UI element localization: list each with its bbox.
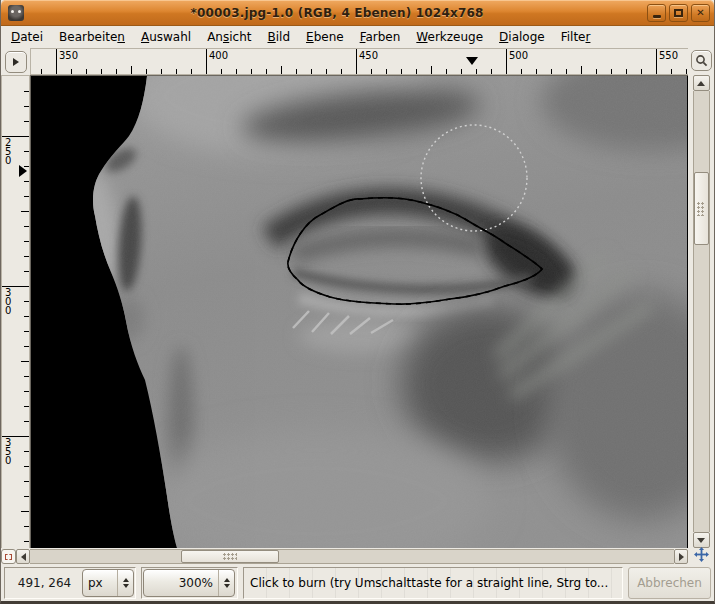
ruler-tick	[24, 526, 29, 527]
ruler-tick	[506, 49, 507, 74]
ruler-tick	[521, 69, 522, 74]
menubar: DateiBearbeitenAuswahlAnsichtBildEbeneFa…	[1, 26, 714, 48]
scroll-right-button[interactable]	[674, 549, 688, 564]
ruler-tick	[24, 331, 29, 332]
ruler-tick	[86, 69, 87, 74]
image-menu-button[interactable]	[5, 51, 27, 73]
horizontal-ruler[interactable]: 350400450500550	[30, 48, 688, 75]
thumb-grip	[223, 553, 237, 561]
menu-item-bearbeiten[interactable]: Bearbeiten	[51, 27, 133, 47]
vertical-scroll-thumb[interactable]	[694, 172, 709, 245]
ruler-tick	[116, 69, 117, 74]
v-ruler-label: 2 5 0	[5, 138, 11, 165]
ruler-tick	[24, 496, 29, 497]
statusbar: 491, 264 px 300% Click to burn (try Umsc…	[1, 565, 714, 601]
image-canvas[interactable]	[30, 75, 688, 548]
h-ruler-label: 350	[59, 50, 78, 61]
vertical-scroll-track[interactable]	[693, 91, 710, 532]
ruler-tick	[626, 69, 627, 74]
arrow-right-icon	[679, 553, 684, 561]
ruler-tick	[176, 69, 177, 74]
ruler-tick	[311, 69, 312, 74]
ruler-tick	[21, 211, 29, 212]
menu-item-bild[interactable]: Bild	[260, 27, 299, 47]
ruler-tick	[446, 69, 447, 74]
minimize-icon	[653, 15, 661, 18]
ruler-tick	[24, 391, 29, 392]
ruler-tick	[356, 49, 357, 74]
maximize-button[interactable]	[669, 4, 688, 22]
menu-item-werkzeuge[interactable]: Werkzeuge	[408, 27, 491, 47]
horizontal-scroll-track[interactable]	[30, 549, 674, 564]
scroll-down-button[interactable]	[693, 532, 710, 548]
status-message: Click to burn (try Umschalttaste for a s…	[244, 576, 614, 590]
ruler-tick	[24, 301, 29, 302]
arrow-left-icon	[21, 553, 26, 561]
unit-spinner-icon[interactable]	[117, 570, 133, 596]
quick-mask-icon	[5, 554, 12, 560]
zoom-follow-window-button[interactable]	[691, 50, 712, 71]
pan-navigation-button[interactable]	[694, 547, 709, 566]
ruler-tick	[611, 69, 612, 74]
menu-item-ebene[interactable]: Ebene	[298, 27, 352, 47]
ruler-tick	[21, 361, 29, 362]
magnifier-icon	[695, 54, 708, 67]
statue-image	[31, 76, 687, 548]
ruler-tick	[206, 49, 207, 74]
menu-item-auswahl[interactable]: Auswahl	[133, 27, 199, 47]
ruler-tick	[161, 69, 162, 74]
ruler-tick	[24, 271, 29, 272]
zoom-value: 300%	[144, 576, 218, 590]
quick-mask-toggle[interactable]	[1, 549, 16, 564]
titlebar[interactable]: *00003.jpg-1.0 (RGB, 4 Ebenen) 1024x768 …	[1, 0, 714, 26]
ruler-tick	[686, 69, 687, 74]
ruler-tick	[296, 69, 297, 74]
pan-icon	[694, 547, 709, 562]
ruler-tick	[24, 481, 29, 482]
ruler-tick	[24, 181, 29, 182]
ruler-tick	[401, 69, 402, 74]
ruler-tick	[24, 151, 29, 152]
zoom-select[interactable]: 300%	[143, 569, 235, 597]
ruler-tick	[131, 66, 132, 74]
ruler-tick	[641, 69, 642, 74]
minimize-button[interactable]	[647, 4, 666, 22]
h-ruler-label: 500	[509, 50, 528, 61]
v-ruler-label: 3 0 0	[5, 288, 11, 315]
ruler-marker-x	[466, 57, 478, 65]
h-ruler-label: 450	[359, 50, 378, 61]
menu-item-filter[interactable]: Filter	[553, 27, 599, 47]
ruler-tick	[24, 376, 29, 377]
ruler-tick	[24, 91, 29, 92]
unit-value: px	[83, 576, 117, 590]
menu-item-ansicht[interactable]: Ansicht	[199, 27, 259, 47]
menu-arrow-icon	[13, 58, 19, 66]
ruler-tick	[476, 69, 477, 74]
ruler-tick	[656, 49, 657, 74]
ruler-tick	[24, 421, 29, 422]
menu-item-farben[interactable]: Farben	[352, 27, 409, 47]
vertical-scrollbar[interactable]	[688, 75, 714, 548]
close-button[interactable]: ✕	[691, 4, 710, 22]
ruler-tick	[24, 406, 29, 407]
horizontal-scroll-thumb[interactable]	[181, 550, 279, 563]
ruler-tick	[236, 69, 237, 74]
v-ruler-label: 3 5 0	[5, 438, 11, 465]
ruler-tick	[371, 69, 372, 74]
ruler-tick	[24, 226, 29, 227]
scroll-left-button[interactable]	[16, 549, 30, 564]
scroll-up-button[interactable]	[693, 75, 710, 91]
zoom-frame: 300%	[141, 567, 238, 599]
ruler-tick	[24, 541, 29, 542]
ruler-tick	[24, 166, 29, 167]
ruler-tick	[24, 106, 29, 107]
ruler-tick	[24, 466, 29, 467]
cancel-button[interactable]: Abbrechen	[628, 567, 711, 599]
vertical-ruler[interactable]: 2 5 03 0 03 5 0	[1, 75, 30, 548]
unit-select[interactable]: px	[82, 569, 134, 597]
ruler-tick	[416, 69, 417, 74]
menu-item-datei[interactable]: Datei	[3, 27, 51, 47]
zoom-spinner-icon[interactable]	[218, 570, 234, 596]
menu-item-dialoge[interactable]: Dialoge	[491, 27, 553, 47]
arrow-down-icon	[697, 538, 705, 543]
